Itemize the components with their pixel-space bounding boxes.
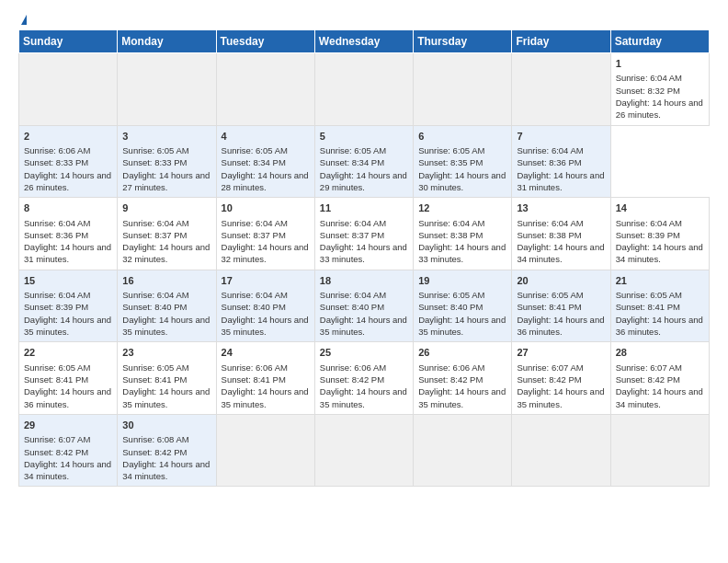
calendar-cell: 2Sunrise: 6:06 AMSunset: 8:33 PMDaylight…	[19, 125, 118, 198]
calendar-cell	[414, 414, 512, 487]
calendar-week-1: 1Sunrise: 6:04 AMSunset: 8:32 PMDaylight…	[19, 53, 710, 126]
day-number: 24	[222, 346, 310, 360]
calendar-cell: 12Sunrise: 6:04 AMSunset: 8:38 PMDayligh…	[414, 198, 512, 270]
calendar-header-row: SundayMondayTuesdayWednesdayThursdayFrid…	[19, 30, 710, 53]
calendar-cell: 19Sunrise: 6:05 AMSunset: 8:40 PMDayligh…	[414, 270, 512, 342]
calendar-cell: 1Sunrise: 6:04 AMSunset: 8:32 PMDaylight…	[610, 53, 709, 126]
calendar-cell: 5Sunrise: 6:05 AMSunset: 8:34 PMDaylight…	[314, 125, 413, 198]
calendar-cell: 25Sunrise: 6:06 AMSunset: 8:42 PMDayligh…	[314, 342, 413, 415]
day-number: 1	[616, 57, 704, 71]
col-header-saturday: Saturday	[610, 30, 709, 53]
day-number: 20	[517, 274, 605, 288]
calendar-cell	[216, 53, 314, 126]
calendar-cell	[118, 53, 216, 126]
calendar-week-5: 22Sunrise: 6:05 AMSunset: 8:41 PMDayligh…	[19, 342, 710, 415]
day-number: 4	[222, 130, 310, 144]
calendar-cell	[512, 414, 610, 487]
calendar-cell: 21Sunrise: 6:05 AMSunset: 8:41 PMDayligh…	[610, 270, 709, 342]
col-header-monday: Monday	[118, 30, 216, 53]
calendar-cell: 14Sunrise: 6:04 AMSunset: 8:39 PMDayligh…	[610, 198, 709, 270]
calendar-week-4: 15Sunrise: 6:04 AMSunset: 8:39 PMDayligh…	[19, 270, 710, 342]
header	[18, 15, 710, 22]
calendar-cell: 13Sunrise: 6:04 AMSunset: 8:38 PMDayligh…	[512, 198, 610, 270]
calendar-cell: 22Sunrise: 6:05 AMSunset: 8:41 PMDayligh…	[19, 342, 118, 415]
day-number: 3	[122, 130, 210, 144]
calendar-cell: 7Sunrise: 6:04 AMSunset: 8:36 PMDaylight…	[512, 125, 610, 198]
calendar-cell: 6Sunrise: 6:05 AMSunset: 8:35 PMDaylight…	[414, 125, 512, 198]
calendar-cell: 11Sunrise: 6:04 AMSunset: 8:37 PMDayligh…	[314, 198, 413, 270]
day-number: 30	[122, 419, 210, 432]
calendar-table: SundayMondayTuesdayWednesdayThursdayFrid…	[18, 29, 710, 487]
calendar-cell	[314, 414, 413, 487]
day-number: 21	[616, 274, 704, 288]
logo	[18, 15, 27, 22]
day-number: 14	[616, 201, 704, 215]
day-number: 6	[418, 130, 506, 144]
calendar-cell: 15Sunrise: 6:04 AMSunset: 8:39 PMDayligh…	[19, 270, 118, 342]
day-number: 9	[122, 201, 210, 215]
day-number: 10	[222, 201, 310, 215]
calendar-cell: 3Sunrise: 6:05 AMSunset: 8:33 PMDaylight…	[118, 125, 216, 198]
day-number: 13	[517, 201, 605, 215]
calendar-cell	[512, 53, 610, 126]
calendar-cell: 27Sunrise: 6:07 AMSunset: 8:42 PMDayligh…	[512, 342, 610, 415]
col-header-sunday: Sunday	[19, 30, 118, 53]
day-number: 7	[517, 130, 605, 144]
calendar-cell	[216, 414, 314, 487]
day-number: 2	[24, 130, 112, 144]
calendar-cell: 8Sunrise: 6:04 AMSunset: 8:36 PMDaylight…	[19, 198, 118, 270]
day-number: 19	[418, 274, 506, 288]
col-header-thursday: Thursday	[414, 30, 512, 53]
day-number: 23	[122, 346, 210, 360]
col-header-wednesday: Wednesday	[314, 30, 413, 53]
day-number: 8	[24, 201, 112, 215]
col-header-friday: Friday	[512, 30, 610, 53]
calendar-cell: 24Sunrise: 6:06 AMSunset: 8:41 PMDayligh…	[216, 342, 314, 415]
calendar-cell	[314, 53, 413, 126]
day-number: 12	[418, 201, 506, 215]
calendar-cell: 17Sunrise: 6:04 AMSunset: 8:40 PMDayligh…	[216, 270, 314, 342]
calendar-cell: 16Sunrise: 6:04 AMSunset: 8:40 PMDayligh…	[118, 270, 216, 342]
day-number: 22	[24, 346, 112, 360]
day-number: 17	[222, 274, 310, 288]
calendar-week-6: 29Sunrise: 6:07 AMSunset: 8:42 PMDayligh…	[19, 414, 710, 487]
calendar-cell: 29Sunrise: 6:07 AMSunset: 8:42 PMDayligh…	[19, 414, 118, 487]
page: SundayMondayTuesdayWednesdayThursdayFrid…	[0, 0, 728, 563]
col-header-tuesday: Tuesday	[216, 30, 314, 53]
day-number: 29	[24, 419, 112, 432]
logo-triangle-icon	[21, 15, 27, 25]
calendar-cell	[414, 53, 512, 126]
calendar-week-2: 2Sunrise: 6:06 AMSunset: 8:33 PMDaylight…	[19, 125, 710, 198]
calendar-cell: 4Sunrise: 6:05 AMSunset: 8:34 PMDaylight…	[216, 125, 314, 198]
day-number: 16	[122, 274, 210, 288]
day-number: 26	[418, 346, 506, 360]
calendar-cell: 10Sunrise: 6:04 AMSunset: 8:37 PMDayligh…	[216, 198, 314, 270]
calendar-cell	[610, 414, 709, 487]
calendar-body: 1Sunrise: 6:04 AMSunset: 8:32 PMDaylight…	[19, 53, 710, 487]
calendar-cell: 23Sunrise: 6:05 AMSunset: 8:41 PMDayligh…	[118, 342, 216, 415]
calendar-week-3: 8Sunrise: 6:04 AMSunset: 8:36 PMDaylight…	[19, 198, 710, 270]
day-number: 11	[320, 201, 408, 215]
calendar-cell: 20Sunrise: 6:05 AMSunset: 8:41 PMDayligh…	[512, 270, 610, 342]
calendar-cell: 18Sunrise: 6:04 AMSunset: 8:40 PMDayligh…	[314, 270, 413, 342]
day-number: 5	[320, 130, 408, 144]
day-number: 28	[616, 346, 704, 360]
calendar-cell: 28Sunrise: 6:07 AMSunset: 8:42 PMDayligh…	[610, 342, 709, 415]
day-number: 15	[24, 274, 112, 288]
calendar-cell	[19, 53, 118, 126]
calendar-cell: 9Sunrise: 6:04 AMSunset: 8:37 PMDaylight…	[118, 198, 216, 270]
calendar-cell: 26Sunrise: 6:06 AMSunset: 8:42 PMDayligh…	[414, 342, 512, 415]
day-number: 18	[320, 274, 408, 288]
day-number: 27	[517, 346, 605, 360]
day-number: 25	[320, 346, 408, 360]
calendar-cell: 30Sunrise: 6:08 AMSunset: 8:42 PMDayligh…	[118, 414, 216, 487]
